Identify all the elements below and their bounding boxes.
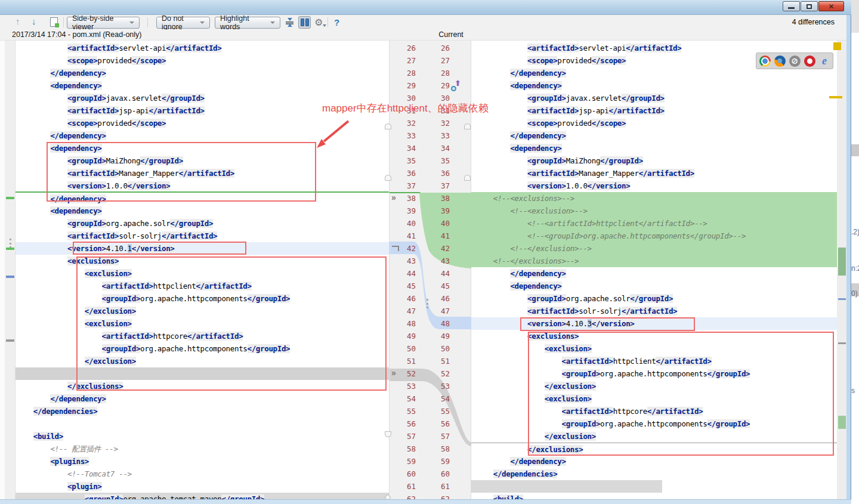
minimize-button[interactable] [783, 1, 800, 11]
code-line: <build> [471, 493, 837, 499]
line-number: 44 [423, 267, 450, 280]
background-text-fragment: .2) [851, 228, 859, 236]
line-number: 43 [390, 255, 416, 267]
firefox-icon[interactable] [774, 55, 786, 67]
code-line: <artifactId>servlet-api</artifactId> [16, 42, 389, 54]
line-number: 27 [423, 54, 450, 67]
next-difference-icon[interactable]: ↓ [32, 16, 36, 26]
viewer-mode-dropdown[interactable]: Side-by-side viewer [67, 17, 140, 29]
right-scrollbar[interactable] [837, 41, 846, 499]
code-line: </dependencies> [471, 468, 837, 480]
code-line: <scope>provided</scope> [471, 117, 837, 129]
chrome-icon[interactable] [759, 55, 771, 67]
change-marker-modified[interactable] [6, 276, 14, 278]
line-number: 61 [390, 480, 416, 493]
window-bottom-border [0, 499, 851, 504]
change-marker-insert[interactable] [6, 248, 14, 250]
line-number: 54 [423, 392, 450, 405]
line-number: 48 [423, 317, 450, 330]
highlight-mode-dropdown[interactable]: Highlight words [215, 17, 280, 29]
edit-file-icon[interactable] [50, 17, 58, 27]
annotation-box-old-version [73, 242, 246, 255]
change-marker-deleted[interactable] [838, 342, 846, 344]
window-titlebar[interactable]: ✕ [0, 0, 851, 15]
fold-marker[interactable] [385, 175, 391, 181]
annotation-note: mapper中存在httpclient、的隐藏依赖 [322, 101, 489, 115]
toolbar-separator [327, 17, 328, 27]
collapse-unchanged-icon[interactable] [286, 18, 295, 27]
line-number: 35 [390, 154, 416, 167]
change-marker-insert[interactable] [838, 248, 846, 276]
code-line: <!--</exclusion>--> [471, 242, 837, 255]
code-line: <dependency> [16, 205, 389, 217]
chevron-down-icon [270, 21, 275, 24]
side-by-side-layout-toggle[interactable] [298, 16, 311, 29]
help-button[interactable]: ? [334, 17, 339, 27]
maximize-icon [807, 4, 812, 9]
whitespace-ignore-dropdown[interactable]: Do not ignore [156, 17, 210, 29]
folded-region-marker [10, 239, 11, 248]
line-number: 33 [423, 129, 450, 142]
toolbar-separator [147, 17, 148, 27]
left-scrollbar[interactable] [5, 41, 16, 499]
line-number: 61 [423, 480, 450, 493]
line-number: 50 [390, 342, 416, 355]
gear-icon[interactable]: ⚙ [314, 17, 323, 28]
line-number: 59 [423, 455, 450, 468]
code-line: <plugins> [16, 455, 389, 468]
differences-count: 4 differences [792, 18, 835, 26]
code-line: <dependency> [471, 142, 837, 154]
warning-marker[interactable] [833, 42, 841, 50]
maximize-button[interactable] [801, 1, 818, 11]
line-number: 36 [423, 167, 450, 180]
code-line: <artifactId>solr-solrj</artifactId> [471, 305, 837, 317]
fold-marker[interactable] [385, 123, 391, 129]
fold-marker[interactable] [464, 123, 471, 129]
background-text-fragment: n:2 [851, 264, 859, 273]
line-number: 58 [390, 443, 416, 455]
diff-change-chevron-icon[interactable]: » [391, 192, 396, 205]
annotation-box-new-version [520, 317, 695, 331]
code-line: <artifactId>solr-solrj</artifactId> [16, 230, 389, 242]
line-number: 32 [423, 117, 450, 129]
diff-change-chevron-icon[interactable]: » [391, 367, 396, 380]
bookmark-ring-icon[interactable] [451, 86, 456, 91]
line-number: 45 [423, 280, 450, 292]
line-number: 44 [390, 267, 416, 280]
code-line: <build> [16, 430, 389, 443]
line-number: 37 [423, 180, 450, 192]
code-line: <!--<exclusion>--> [471, 205, 837, 217]
internet-explorer-icon[interactable]: e [819, 55, 830, 67]
code-line: </dependency> [16, 129, 389, 142]
previous-difference-icon[interactable]: ↑ [16, 16, 20, 26]
code-line: </dependency> [471, 455, 837, 468]
code-line: <!--Tomcat7 --> [16, 468, 389, 480]
line-number: 29 [423, 79, 450, 92]
line-number: 50 [423, 342, 450, 355]
line-number: 26 [423, 42, 450, 54]
diff-toolbar: ↑ ↓ Side-by-side viewer Do not ignore Hi… [0, 15, 851, 30]
change-marker-modified[interactable] [838, 298, 846, 300]
line-number: 43 [423, 255, 450, 267]
line-number: 51 [423, 355, 450, 367]
opera-icon[interactable] [804, 55, 815, 67]
fold-marker[interactable] [464, 175, 471, 181]
line-number: 53 [390, 380, 416, 392]
line-number: 35 [423, 154, 450, 167]
code-line: <dependency> [471, 79, 837, 92]
line-number: 28 [423, 67, 450, 79]
diff-viewer-window: ✕ .2) n:2 0) s ↑ ↓ Side-by-side viewer D… [0, 0, 859, 504]
globe-browser-icon[interactable]: ⊘ [789, 55, 801, 67]
line-number: 48 [390, 317, 416, 330]
background-text-fragment: s [851, 386, 855, 395]
change-marker-insert[interactable] [6, 197, 14, 199]
code-line: <dependency> [471, 280, 837, 292]
line-number: 33 [390, 129, 416, 142]
warning-marker[interactable] [829, 96, 842, 98]
change-marker-deleted[interactable] [6, 339, 14, 342]
diff-change-corner-icon[interactable] [392, 246, 399, 251]
line-number: 39 [390, 205, 416, 217]
code-line [16, 418, 389, 430]
close-button[interactable]: ✕ [818, 1, 844, 11]
change-marker-insert[interactable] [838, 416, 846, 429]
